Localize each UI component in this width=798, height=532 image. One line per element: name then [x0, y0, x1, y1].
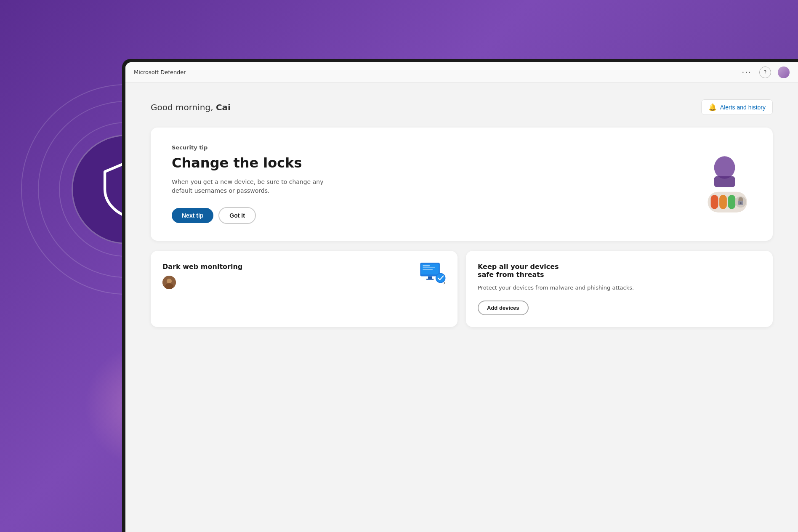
tip-description: When you get a new device, be sure to ch…	[172, 178, 332, 195]
svg-rect-13	[423, 269, 433, 270]
greeting-text: Good morning, Cai	[151, 102, 231, 112]
svg-rect-15	[426, 279, 434, 280]
devices-safe-card: Keep all your devices safe from threats …	[466, 251, 773, 327]
device-frame: Microsoft Defender ··· ? Good morning, C…	[122, 59, 798, 532]
app-container: Microsoft Defender ··· ? Good morning, C…	[125, 62, 798, 532]
dark-web-card-title: Dark web monitoring	[162, 263, 247, 271]
tip-content: Security tip Change the locks When you g…	[172, 144, 391, 224]
title-bar-actions: ··· ?	[741, 66, 790, 78]
device-screen: Microsoft Defender ··· ? Good morning, C…	[125, 62, 798, 532]
tip-title: Change the locks	[172, 155, 391, 171]
user-avatar-svg	[162, 276, 176, 289]
dark-web-monitoring-card: Dark web monitoring	[151, 251, 458, 327]
monitor-icon-wrapper	[418, 261, 447, 286]
svg-rect-5	[728, 195, 736, 209]
header-row: Good morning, Cai 🔔 Alerts and history	[151, 99, 773, 115]
svg-rect-12	[423, 268, 435, 269]
svg-rect-4	[719, 195, 727, 209]
svg-rect-11	[423, 266, 430, 267]
dark-web-monitor-icon	[418, 261, 447, 284]
user-name: Cai	[216, 102, 231, 112]
tip-label: Security tip	[172, 144, 391, 151]
help-button[interactable]: ?	[759, 66, 771, 78]
next-tip-button[interactable]: Next tip	[172, 208, 213, 223]
bottom-cards-row: Dark web monitoring	[151, 251, 773, 327]
lock-illustration	[668, 151, 752, 218]
app-title: Microsoft Defender	[134, 69, 186, 75]
user-avatar-icon[interactable]	[778, 66, 790, 78]
svg-point-0	[714, 156, 735, 178]
svg-rect-14	[428, 277, 432, 279]
tip-actions: Next tip Got it	[172, 207, 391, 224]
svg-point-19	[167, 279, 172, 284]
main-content: Good morning, Cai 🔔 Alerts and history S…	[125, 82, 798, 532]
title-bar: Microsoft Defender ··· ?	[125, 62, 798, 82]
add-devices-button[interactable]: Add devices	[478, 301, 529, 315]
alerts-and-history-button[interactable]: 🔔 Alerts and history	[701, 99, 773, 115]
svg-point-8	[740, 202, 742, 204]
dark-web-card-footer: ›	[162, 276, 446, 289]
svg-rect-1	[714, 176, 735, 187]
svg-point-17	[436, 274, 444, 282]
svg-rect-3	[711, 195, 718, 209]
alerts-button-label: Alerts and history	[720, 104, 766, 111]
bell-icon: 🔔	[708, 103, 717, 111]
user-avatar-card	[162, 276, 176, 289]
more-options-button[interactable]: ···	[741, 66, 753, 78]
devices-safe-title: Keep all your devices safe from threats	[478, 263, 562, 279]
security-tip-card: Security tip Change the locks When you g…	[151, 128, 773, 241]
got-it-button[interactable]: Got it	[218, 207, 256, 224]
devices-safe-description: Protect your devices from malware and ph…	[478, 284, 761, 292]
tip-illustration	[668, 151, 752, 218]
